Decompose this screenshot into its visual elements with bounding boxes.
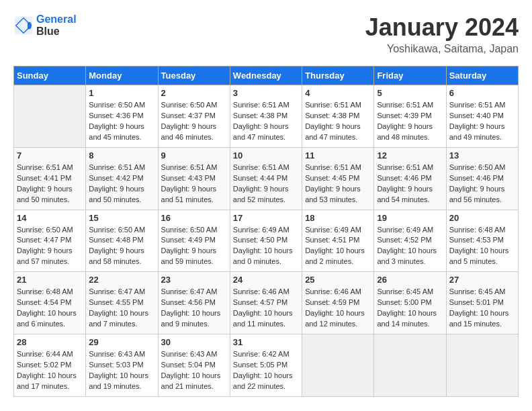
day-number: 23 [161,275,227,285]
day-number: 5 [377,88,443,98]
sunset-label: Sunset: 4:40 PM [449,111,504,120]
cell-info: Sunrise: 6:50 AM Sunset: 4:49 PM Dayligh… [161,225,227,268]
cell-info: Sunrise: 6:49 AM Sunset: 4:52 PM Dayligh… [377,225,443,268]
sunrise-label: Sunrise: 6:46 AM [233,287,290,295]
daylight-label: Daylight: 9 hours and 46 minutes. [161,122,217,141]
daylight-label: Daylight: 9 hours and 48 minutes. [377,122,433,141]
header-cell-wednesday: Wednesday [230,66,302,85]
day-number: 22 [89,275,154,285]
logo-text: General Blue [36,13,77,38]
sunrise-label: Sunrise: 6:50 AM [449,163,506,171]
sunset-label: Sunset: 4:44 PM [233,174,287,182]
sunset-label: Sunset: 4:52 PM [377,236,431,244]
day-cell: 2 Sunrise: 6:50 AM Sunset: 4:37 PM Dayli… [158,85,230,148]
cell-info: Sunrise: 6:50 AM Sunset: 4:37 PM Dayligh… [161,100,227,143]
sunrise-label: Sunrise: 6:49 AM [305,226,361,234]
day-cell: 4 Sunrise: 6:51 AM Sunset: 4:38 PM Dayli… [302,85,374,148]
cell-info: Sunrise: 6:51 AM Sunset: 4:44 PM Dayligh… [233,163,299,205]
sunrise-label: Sunrise: 6:51 AM [161,163,218,171]
daylight-label: Daylight: 9 hours and 49 minutes. [449,122,505,141]
cell-info: Sunrise: 6:49 AM Sunset: 4:50 PM Dayligh… [233,225,299,268]
day-cell: 29 Sunrise: 6:43 AM Sunset: 5:03 PM Dayl… [86,334,158,397]
day-number: 4 [305,88,371,98]
cell-info: Sunrise: 6:47 AM Sunset: 4:56 PM Dayligh… [161,287,227,330]
header-cell-thursday: Thursday [302,66,374,85]
day-cell: 25 Sunrise: 6:46 AM Sunset: 4:59 PM Dayl… [302,272,374,334]
sunset-label: Sunset: 4:47 PM [17,236,71,244]
sunset-label: Sunset: 4:46 PM [377,174,431,182]
day-number: 3 [233,88,299,98]
day-number: 7 [17,150,83,161]
day-number: 28 [17,337,83,347]
sunset-label: Sunset: 4:37 PM [161,111,216,120]
title-area: January 2024 Yoshikawa, Saitama, Japan [365,13,519,55]
header-cell-saturday: Saturday [446,66,518,85]
day-number: 31 [233,337,299,347]
calendar-table: SundayMondayTuesdayWednesdayThursdayFrid… [13,66,519,397]
day-cell: 30 Sunrise: 6:43 AM Sunset: 5:04 PM Dayl… [158,334,230,397]
week-row-5: 28 Sunrise: 6:44 AM Sunset: 5:02 PM Dayl… [14,334,519,397]
cell-info: Sunrise: 6:51 AM Sunset: 4:43 PM Dayligh… [161,163,227,205]
sunrise-label: Sunrise: 6:51 AM [377,163,433,171]
sunrise-label: Sunrise: 6:50 AM [89,101,145,109]
cell-info: Sunrise: 6:42 AM Sunset: 5:05 PM Dayligh… [233,349,299,392]
cell-info: Sunrise: 6:51 AM Sunset: 4:45 PM Dayligh… [305,163,371,205]
sunrise-label: Sunrise: 6:48 AM [449,226,506,234]
day-number: 27 [449,275,515,285]
day-number: 20 [449,213,515,223]
sunset-label: Sunset: 4:53 PM [449,236,504,244]
header-cell-monday: Monday [86,66,158,85]
daylight-label: Daylight: 10 hours and 15 minutes. [449,309,509,328]
day-cell: 1 Sunrise: 6:50 AM Sunset: 4:36 PM Dayli… [86,85,158,148]
cell-info: Sunrise: 6:51 AM Sunset: 4:46 PM Dayligh… [377,163,443,205]
day-cell [14,85,86,148]
sunrise-label: Sunrise: 6:45 AM [449,287,506,295]
day-number: 15 [89,213,154,223]
day-cell: 27 Sunrise: 6:45 AM Sunset: 5:01 PM Dayl… [446,272,518,334]
day-number: 19 [377,213,443,223]
day-number: 6 [449,88,515,98]
day-cell: 7 Sunrise: 6:51 AM Sunset: 4:41 PM Dayli… [14,147,86,210]
day-number: 16 [161,213,227,223]
daylight-label: Daylight: 10 hours and 9 minutes. [161,309,221,328]
day-cell: 28 Sunrise: 6:44 AM Sunset: 5:02 PM Dayl… [14,334,86,397]
daylight-label: Daylight: 9 hours and 50 minutes. [17,185,73,203]
day-cell: 6 Sunrise: 6:51 AM Sunset: 4:40 PM Dayli… [446,85,518,148]
day-cell: 5 Sunrise: 6:51 AM Sunset: 4:39 PM Dayli… [374,85,446,148]
sunrise-label: Sunrise: 6:51 AM [233,101,290,109]
day-number: 25 [305,275,371,285]
daylight-label: Daylight: 10 hours and 14 minutes. [377,309,437,328]
sunset-label: Sunset: 4:50 PM [233,236,287,244]
day-cell: 8 Sunrise: 6:51 AM Sunset: 4:42 PM Dayli… [86,147,158,210]
sunset-label: Sunset: 4:45 PM [305,174,359,182]
day-cell: 24 Sunrise: 6:46 AM Sunset: 4:57 PM Dayl… [230,272,302,334]
sunset-label: Sunset: 4:54 PM [17,298,71,306]
week-row-4: 21 Sunrise: 6:48 AM Sunset: 4:54 PM Dayl… [14,272,519,334]
sunset-label: Sunset: 4:57 PM [233,298,287,306]
daylight-label: Daylight: 9 hours and 51 minutes. [161,185,217,203]
daylight-label: Daylight: 10 hours and 21 minutes. [161,371,221,390]
daylight-label: Daylight: 9 hours and 53 minutes. [305,185,361,203]
logo-line2: Blue [36,26,60,37]
logo: General Blue [13,13,77,38]
sunrise-label: Sunrise: 6:51 AM [233,163,290,171]
day-cell: 18 Sunrise: 6:49 AM Sunset: 4:51 PM Dayl… [302,210,374,272]
daylight-label: Daylight: 10 hours and 7 minutes. [89,309,148,328]
cell-info: Sunrise: 6:51 AM Sunset: 4:38 PM Dayligh… [305,100,371,143]
cell-info: Sunrise: 6:47 AM Sunset: 4:55 PM Dayligh… [89,287,154,330]
daylight-label: Daylight: 10 hours and 12 minutes. [305,309,365,328]
sunrise-label: Sunrise: 6:51 AM [305,101,361,109]
sunrise-label: Sunrise: 6:47 AM [161,287,218,295]
day-cell: 16 Sunrise: 6:50 AM Sunset: 4:49 PM Dayl… [158,210,230,272]
cell-info: Sunrise: 6:50 AM Sunset: 4:47 PM Dayligh… [17,225,83,268]
daylight-label: Daylight: 9 hours and 58 minutes. [89,246,144,265]
sunrise-label: Sunrise: 6:48 AM [17,287,73,295]
day-cell: 26 Sunrise: 6:45 AM Sunset: 5:00 PM Dayl… [374,272,446,334]
sunset-label: Sunset: 5:01 PM [449,298,504,306]
day-number: 1 [89,88,154,98]
day-number: 13 [449,150,515,161]
daylight-label: Daylight: 10 hours and 2 minutes. [305,246,365,265]
sunset-label: Sunset: 4:46 PM [449,174,504,182]
day-number: 17 [233,213,299,223]
sunset-label: Sunset: 5:05 PM [233,361,287,369]
